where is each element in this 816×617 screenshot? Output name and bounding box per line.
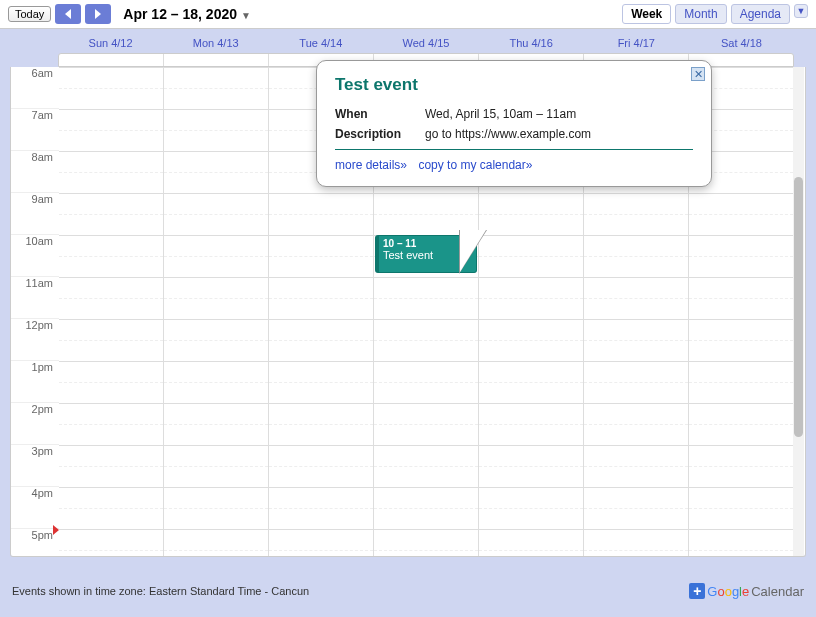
- popup-desc-value: go to https://www.example.com: [425, 127, 693, 141]
- timezone-text: Events shown in time zone: Eastern Stand…: [12, 585, 309, 597]
- popup-desc-label: Description: [335, 127, 425, 141]
- popup-links: more details» copy to my calendar»: [335, 158, 693, 172]
- event-popup: ✕ Test event When Wed, April 15, 10am – …: [316, 60, 712, 187]
- day-column[interactable]: [59, 67, 164, 557]
- hour-label: 10am: [11, 235, 59, 277]
- day-column[interactable]: [164, 67, 269, 557]
- toolbar: Today Apr 12 – 18, 2020▼ Week Month Agen…: [0, 0, 816, 29]
- day-header-sun[interactable]: Sun 4/12: [58, 33, 163, 53]
- popup-divider: [335, 149, 693, 150]
- hour-label: 12pm: [11, 319, 59, 361]
- day-header-thu[interactable]: Thu 4/16: [479, 33, 584, 53]
- chevron-left-icon: [64, 7, 72, 22]
- hour-label: 5pm: [11, 529, 59, 557]
- hour-labels: 6am7am8am9am10am11am12pm1pm2pm3pm4pm5pm: [11, 67, 59, 557]
- popup-when-value: Wed, April 15, 10am – 11am: [425, 107, 693, 121]
- hour-label: 7am: [11, 109, 59, 151]
- tab-agenda[interactable]: Agenda: [731, 4, 790, 24]
- hour-label: 4pm: [11, 487, 59, 529]
- popup-when-label: When: [335, 107, 425, 121]
- allday-cell[interactable]: [164, 54, 269, 66]
- view-tabs: Week Month Agenda ▼: [622, 4, 808, 24]
- day-headers: Sun 4/12 Mon 4/13 Tue 4/14 Wed 4/15 Thu …: [58, 33, 806, 53]
- today-button[interactable]: Today: [8, 6, 51, 22]
- agenda-dropdown[interactable]: ▼: [794, 4, 808, 18]
- event-block[interactable]: 10 – 11Test event: [375, 235, 477, 273]
- more-details-link[interactable]: more details»: [335, 158, 407, 172]
- google-calendar-brand[interactable]: + Google Calendar: [689, 583, 804, 599]
- day-header-tue[interactable]: Tue 4/14: [268, 33, 373, 53]
- close-button[interactable]: ✕: [691, 67, 705, 81]
- next-button[interactable]: [85, 4, 111, 24]
- event-time: 10 – 11: [383, 238, 472, 249]
- day-header-mon[interactable]: Mon 4/13: [163, 33, 268, 53]
- hour-label: 9am: [11, 193, 59, 235]
- hour-label: 2pm: [11, 403, 59, 445]
- brand-calendar-text: Calendar: [751, 584, 804, 599]
- copy-calendar-link[interactable]: copy to my calendar»: [418, 158, 532, 172]
- allday-cell[interactable]: [59, 54, 164, 66]
- hour-label: 8am: [11, 151, 59, 193]
- event-title: Test event: [383, 249, 472, 261]
- chevron-right-icon: [94, 7, 102, 22]
- dropdown-arrow-icon: ▼: [241, 10, 251, 21]
- day-header-wed[interactable]: Wed 4/15: [373, 33, 478, 53]
- footer: Events shown in time zone: Eastern Stand…: [12, 583, 804, 599]
- tab-month[interactable]: Month: [675, 4, 726, 24]
- hour-label: 11am: [11, 277, 59, 319]
- hour-label: 1pm: [11, 361, 59, 403]
- hour-label: 3pm: [11, 445, 59, 487]
- day-header-sat[interactable]: Sat 4/18: [689, 33, 794, 53]
- close-icon: ✕: [694, 68, 703, 80]
- day-header-fri[interactable]: Fri 4/17: [584, 33, 689, 53]
- popup-title: Test event: [335, 75, 693, 95]
- prev-button[interactable]: [55, 4, 81, 24]
- hour-label: 6am: [11, 67, 59, 109]
- now-marker-icon: [53, 525, 59, 535]
- chevron-down-icon: ▼: [797, 6, 806, 16]
- tab-week[interactable]: Week: [622, 4, 671, 24]
- plus-icon: +: [689, 583, 705, 599]
- google-logo-icon: Google: [707, 584, 749, 599]
- date-range[interactable]: Apr 12 – 18, 2020▼: [123, 6, 251, 22]
